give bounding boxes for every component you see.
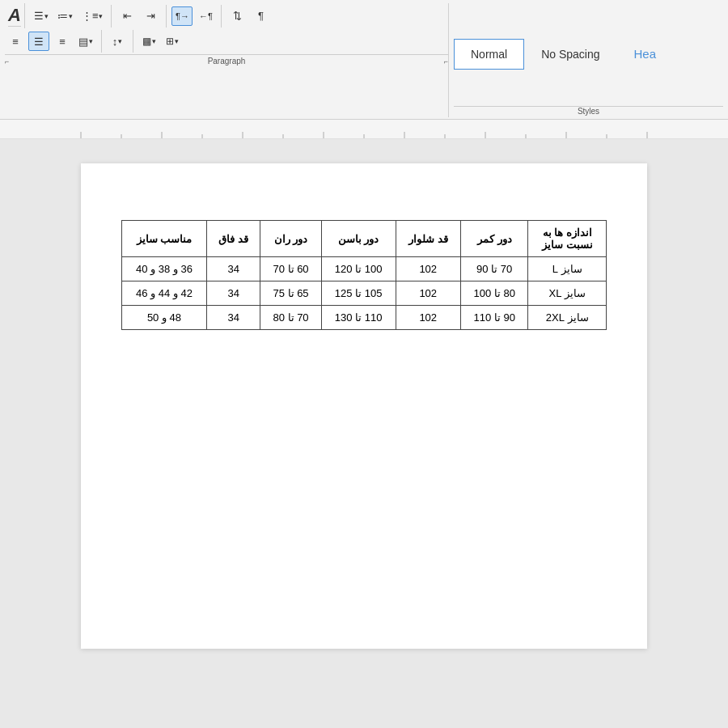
bullets-button[interactable]: ☰ ▾ [31, 6, 52, 26]
main-content: اندازه ها بهنسبت سایز دور کمر قد شلوار د… [0, 139, 728, 728]
page-content: اندازه ها بهنسبت سایز دور کمر قد شلوار د… [81, 163, 647, 649]
borders-icon: ⊞ [166, 36, 174, 47]
cell-thigh-2xl: 70 تا 80 [260, 306, 321, 330]
expand-left-icon[interactable]: ⌐ [5, 57, 9, 66]
multilevel-chevron: ▾ [99, 12, 103, 20]
align-right-icon: ≡ [59, 36, 66, 48]
header-waist: دور کمر [460, 221, 528, 257]
cell-size-xl: سایز XL [528, 281, 607, 306]
header-fit: مناسب سایز [122, 221, 207, 257]
line-spacing-icon: ↕ [112, 36, 118, 48]
bullets-chevron: ▾ [44, 12, 49, 20]
cell-length-2xl: 102 [396, 306, 460, 330]
table-row: سایز XL 80 تا 100 102 105 تا 125 65 تا 7… [122, 281, 607, 306]
svg-rect-1 [0, 138, 728, 139]
line-spacing-chevron: ▾ [118, 37, 122, 45]
indent-increase-button[interactable]: ⇥ [140, 6, 161, 26]
separator-1 [111, 5, 112, 28]
rtl-icon: ←¶ [199, 11, 213, 21]
toolbar-row-2: ≡ ☰ ≡ ▤ ▾ ↕ ▾ ▩ [5, 30, 448, 53]
ruler-svg [0, 120, 728, 139]
borders-button[interactable]: ⊞ ▾ [162, 32, 183, 51]
numbering-chevron: ▾ [69, 12, 73, 20]
style-no-spacing-button[interactable]: No Spacing [524, 39, 616, 70]
cell-gusset-xl: 34 [206, 281, 260, 306]
justify-button[interactable]: ▤ ▾ [75, 32, 96, 51]
style-heading-button[interactable]: Hea [617, 38, 674, 70]
separator-4 [101, 30, 102, 53]
justify-icon: ▤ [78, 36, 88, 48]
cell-length-xl: 102 [396, 281, 460, 306]
header-size-label: اندازه ها بهنسبت سایز [528, 221, 607, 257]
cell-length-l: 102 [396, 257, 460, 281]
bullets-icon: ☰ [34, 10, 44, 22]
cell-waist-xl: 80 تا 100 [460, 281, 528, 306]
cell-hip-2xl: 110 تا 130 [321, 306, 396, 330]
borders-chevron: ▾ [175, 37, 179, 45]
ruler [0, 120, 728, 139]
font-icon: A [8, 5, 21, 26]
cell-size-l: سایز L [528, 257, 607, 281]
align-center-icon: ☰ [34, 36, 44, 48]
header-thigh: دور ران [260, 221, 321, 257]
cell-size-2xl: سایز 2XL [528, 306, 607, 330]
table-row: سایز L 70 تا 90 102 100 تا 120 60 تا 70 … [122, 257, 607, 281]
indent-decrease-button[interactable]: ⇤ [116, 6, 138, 26]
cell-fit-xl: 42 و 44 و 46 [122, 281, 207, 306]
table-body: سایز L 70 تا 90 102 100 تا 120 60 تا 70 … [122, 257, 607, 330]
indent-increase-icon: ⇥ [146, 10, 155, 22]
multilevel-button[interactable]: ⋮≡ ▾ [78, 6, 107, 26]
justify-chevron: ▾ [89, 37, 93, 45]
cell-thigh-xl: 65 تا 75 [260, 281, 321, 306]
separator-2 [166, 5, 167, 28]
paragraph-label-row: ⌐ Paragraph ⌐ [5, 54, 448, 66]
header-length: قد شلوار [396, 221, 460, 257]
numbering-icon: ≔ [57, 10, 68, 22]
toolbar-row-1: A ☰ ▾ ≔ ▾ ⋮≡ ▾ ⇤ [5, 3, 448, 28]
multilevel-icon: ⋮≡ [82, 10, 99, 22]
pilcrow-icon: ¶ [258, 10, 264, 22]
shading-icon: ▩ [142, 36, 151, 47]
cell-fit-2xl: 48 و 50 [122, 306, 207, 330]
header-gusset: قد فاق [206, 221, 260, 257]
styles-section-label: Styles [454, 106, 723, 117]
toolbar-left: A ☰ ▾ ≔ ▾ ⋮≡ ▾ ⇤ [5, 3, 448, 117]
paragraph-section-label: Paragraph [208, 57, 246, 66]
cell-gusset-l: 34 [206, 257, 260, 281]
style-normal-button[interactable]: Normal [454, 39, 524, 70]
sort-icon: ⇅ [233, 10, 242, 22]
cell-thigh-l: 60 تا 70 [260, 257, 321, 281]
styles-buttons: Normal No Spacing Hea [454, 3, 723, 104]
cell-hip-xl: 105 تا 125 [321, 281, 396, 306]
cell-gusset-2xl: 34 [206, 306, 260, 330]
table-row: سایز 2XL 90 تا 110 102 110 تا 130 70 تا … [122, 306, 607, 330]
align-left-icon: ≡ [12, 36, 19, 48]
cell-waist-2xl: 90 تا 110 [460, 306, 528, 330]
align-center-button[interactable]: ☰ [28, 32, 49, 51]
shading-chevron: ▾ [152, 37, 156, 45]
rtl-button[interactable]: ←¶ [195, 6, 216, 26]
header-hip: دور باسن [321, 221, 396, 257]
cell-waist-l: 70 تا 90 [460, 257, 528, 281]
styles-panel: Normal No Spacing Hea Styles [448, 3, 723, 117]
size-table: اندازه ها بهنسبت سایز دور کمر قد شلوار د… [121, 220, 607, 330]
align-right-button[interactable]: ≡ [52, 32, 73, 51]
indent-decrease-icon: ⇤ [123, 10, 132, 22]
shading-button[interactable]: ▩ ▾ [138, 32, 159, 51]
cell-hip-l: 100 تا 120 [321, 257, 396, 281]
table-header-row: اندازه ها بهنسبت سایز دور کمر قد شلوار د… [122, 221, 607, 257]
pilcrow-button[interactable]: ¶ [250, 6, 271, 26]
separator-3 [221, 5, 222, 28]
ltr-button[interactable]: ¶→ [171, 6, 193, 26]
separator-5 [133, 30, 133, 53]
cell-fit-l: 36 و 38 و 40 [122, 257, 207, 281]
sort-button[interactable]: ⇅ [226, 6, 248, 26]
align-left-button[interactable]: ≡ [5, 32, 26, 51]
line-spacing-button[interactable]: ↕ ▾ [107, 32, 128, 51]
font-a-group: A [5, 3, 25, 28]
ltr-icon: ¶→ [176, 11, 189, 21]
font-a-sublabel [8, 26, 21, 27]
numbering-button[interactable]: ≔ ▾ [54, 6, 76, 26]
toolbar: A ☰ ▾ ≔ ▾ ⋮≡ ▾ ⇤ [0, 0, 728, 120]
